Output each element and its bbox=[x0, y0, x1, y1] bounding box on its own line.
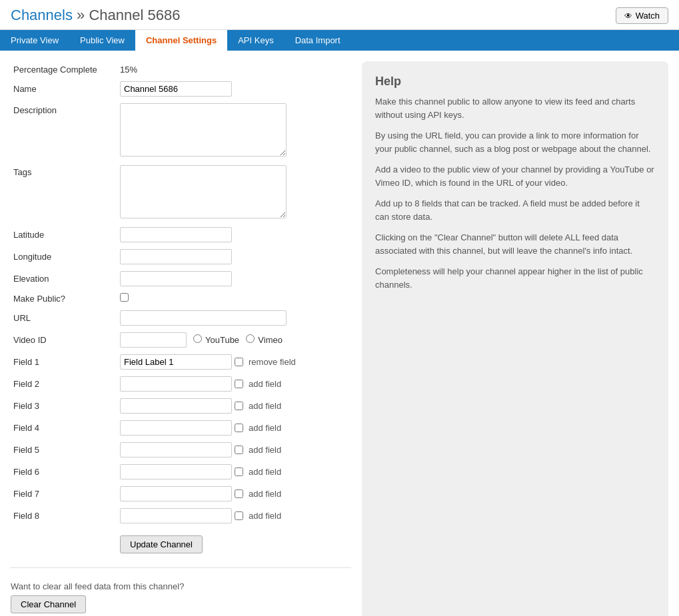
field3-action: add field bbox=[120, 398, 348, 414]
channels-link[interactable]: Channels bbox=[11, 7, 73, 23]
field1-input[interactable] bbox=[120, 354, 232, 370]
field5-add-checkbox[interactable] bbox=[235, 446, 243, 454]
help-title: Help bbox=[375, 75, 655, 89]
name-input[interactable] bbox=[120, 81, 232, 97]
field8-label: Field 8 bbox=[11, 505, 117, 527]
make-public-row: Make Public? bbox=[11, 290, 351, 307]
field4-label: Field 4 bbox=[11, 417, 117, 439]
field2-action: add field bbox=[120, 376, 348, 392]
longitude-row: Longitude bbox=[11, 246, 351, 268]
vimeo-radio-label[interactable]: Vimeo bbox=[246, 335, 283, 345]
update-row: Update Channel bbox=[11, 527, 351, 557]
field3-input[interactable] bbox=[120, 398, 232, 414]
field2-add-checkbox[interactable] bbox=[235, 380, 243, 388]
field2-row: Field 2 add field bbox=[11, 373, 351, 395]
field2-input[interactable] bbox=[120, 376, 232, 392]
field8-action: add field bbox=[120, 508, 348, 523]
field5-label: Field 5 bbox=[11, 439, 117, 461]
longitude-input[interactable] bbox=[120, 249, 232, 264]
tab-api-keys[interactable]: API Keys bbox=[227, 30, 284, 51]
elevation-input[interactable] bbox=[120, 271, 232, 286]
percentage-row: Percentage Complete 15% bbox=[11, 61, 351, 78]
field8-add-label: add field bbox=[249, 511, 281, 521]
youtube-radio-label[interactable]: YouTube bbox=[193, 335, 242, 345]
field3-label: Field 3 bbox=[11, 395, 117, 417]
form-side: Percentage Complete 15% Name Description… bbox=[11, 61, 351, 616]
field6-input[interactable] bbox=[120, 464, 232, 479]
youtube-radio[interactable] bbox=[193, 334, 202, 343]
percentage-value: 15% bbox=[117, 61, 351, 78]
field1-remove-checkbox[interactable] bbox=[235, 358, 243, 366]
field8-input[interactable] bbox=[120, 508, 232, 523]
tab-public-view[interactable]: Public View bbox=[69, 30, 135, 51]
watch-button[interactable]: Watch bbox=[616, 7, 668, 24]
eye-icon bbox=[624, 11, 632, 21]
description-input[interactable] bbox=[120, 103, 287, 156]
clear-channel-button[interactable]: Clear Channel bbox=[11, 595, 86, 613]
field7-add-label: add field bbox=[249, 489, 281, 499]
field1-remove-label: remove field bbox=[249, 357, 296, 367]
tab-channel-settings[interactable]: Channel Settings bbox=[135, 30, 227, 51]
latitude-input[interactable] bbox=[120, 227, 232, 242]
tab-data-import[interactable]: Data Import bbox=[285, 30, 351, 51]
field3-row: Field 3 add field bbox=[11, 395, 351, 417]
url-row: URL bbox=[11, 307, 351, 329]
tab-bar: Private View Public View Channel Setting… bbox=[0, 30, 679, 51]
field5-input[interactable] bbox=[120, 442, 232, 458]
video-id-input[interactable] bbox=[120, 332, 187, 348]
tags-input[interactable] bbox=[120, 165, 287, 218]
url-input[interactable] bbox=[120, 310, 287, 326]
page-header: Channels » Channel 5686 Watch bbox=[0, 0, 679, 30]
help-p5: Clicking on the "Clear Channel" button w… bbox=[375, 231, 655, 257]
field3-add-checkbox[interactable] bbox=[235, 402, 243, 410]
update-channel-button[interactable]: Update Channel bbox=[120, 535, 203, 553]
tab-private-view[interactable]: Private View bbox=[0, 30, 69, 51]
name-row: Name bbox=[11, 78, 351, 100]
field4-action: add field bbox=[120, 420, 348, 436]
video-id-label: Video ID bbox=[11, 329, 117, 351]
field7-input[interactable] bbox=[120, 486, 232, 501]
field6-action: add field bbox=[120, 464, 348, 479]
field6-add-checkbox[interactable] bbox=[235, 467, 243, 476]
main-content: Percentage Complete 15% Name Description… bbox=[0, 51, 679, 616]
field2-label: Field 2 bbox=[11, 373, 117, 395]
field4-add-label: add field bbox=[249, 423, 281, 433]
clear-section: Want to clear all feed data from this ch… bbox=[11, 581, 351, 616]
field4-row: Field 4 add field bbox=[11, 417, 351, 439]
separator: » bbox=[73, 7, 89, 23]
field1-action: remove field bbox=[120, 354, 348, 370]
divider-1 bbox=[11, 567, 351, 568]
field4-input[interactable] bbox=[120, 420, 232, 436]
name-label: Name bbox=[11, 78, 117, 100]
make-public-label: Make Public? bbox=[11, 290, 117, 307]
field5-row: Field 5 add field bbox=[11, 439, 351, 461]
field8-row: Field 8 add field bbox=[11, 505, 351, 527]
channel-name: Channel 5686 bbox=[89, 7, 180, 23]
field1-label: Field 1 bbox=[11, 351, 117, 373]
field8-add-checkbox[interactable] bbox=[235, 511, 243, 520]
help-p1: Make this channel public to allow anyone… bbox=[375, 95, 655, 121]
latitude-label: Latitude bbox=[11, 224, 117, 246]
description-label: Description bbox=[11, 100, 117, 162]
help-p2: By using the URL field, you can provide … bbox=[375, 129, 655, 155]
url-label: URL bbox=[11, 307, 117, 329]
field7-label: Field 7 bbox=[11, 483, 117, 505]
field6-row: Field 6 add field bbox=[11, 461, 351, 483]
field7-add-checkbox[interactable] bbox=[235, 489, 243, 498]
video-id-row: Video ID YouTube Vimeo bbox=[11, 329, 351, 351]
field3-add-label: add field bbox=[249, 401, 281, 411]
settings-form: Percentage Complete 15% Name Description… bbox=[11, 61, 351, 557]
elevation-row: Elevation bbox=[11, 268, 351, 290]
field7-action: add field bbox=[120, 486, 348, 501]
tags-row: Tags bbox=[11, 162, 351, 224]
field2-add-label: add field bbox=[249, 379, 281, 389]
latitude-row: Latitude bbox=[11, 224, 351, 246]
field5-action: add field bbox=[120, 442, 348, 458]
help-p6: Completeness will help your channel appe… bbox=[375, 265, 655, 291]
clear-section-title: Want to clear all feed data from this ch… bbox=[11, 581, 351, 591]
field5-add-label: add field bbox=[249, 445, 281, 455]
make-public-checkbox[interactable] bbox=[120, 293, 129, 302]
vimeo-radio[interactable] bbox=[246, 334, 255, 343]
field4-add-checkbox[interactable] bbox=[235, 424, 243, 432]
description-row: Description bbox=[11, 100, 351, 162]
